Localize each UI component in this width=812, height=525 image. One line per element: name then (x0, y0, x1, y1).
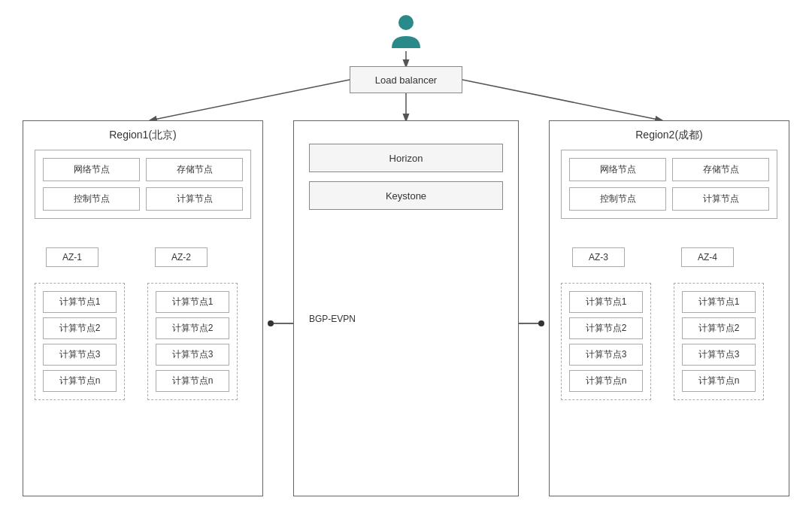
compute-item: 计算节点n (569, 370, 643, 392)
node-box: 存储节点 (672, 158, 769, 181)
horizon-label: Horizon (389, 153, 423, 164)
region-center-box: Horizon Keystone BGP-EVPN (293, 120, 519, 496)
az3-label: AZ-3 (589, 252, 608, 262)
compute-item: 计算节点1 (43, 291, 117, 313)
compute-item: 计算节点3 (682, 344, 756, 366)
keystone-label: Keystone (386, 190, 426, 202)
compute-group-az4: 计算节点1 计算节点2 计算节点3 计算节点n (674, 283, 764, 400)
region-right-box: Region2(成都) 网络节点 存储节点 控制节点 计算节点 AZ-3 AZ-… (549, 120, 789, 496)
diagram-container: Load balancer Region1(北京) 网络节点 存储节点 控制节点… (0, 0, 812, 525)
region-left-box: Region1(北京) 网络节点 存储节点 控制节点 计算节点 AZ-1 AZ-… (23, 120, 263, 496)
az1-box: AZ-1 (46, 247, 98, 267)
compute-group-az2: 计算节点1 计算节点2 计算节点3 计算节点n (147, 283, 238, 400)
node-box: 网络节点 (43, 158, 140, 181)
compute-item: 计算节点3 (43, 344, 117, 366)
region-left-title: Region1(北京) (23, 129, 262, 142)
horizon-box: Horizon (309, 144, 503, 172)
az4-box: AZ-4 (681, 247, 734, 267)
compute-item: 计算节点n (156, 370, 229, 392)
compute-group-az1: 计算节点1 计算节点2 计算节点3 计算节点n (35, 283, 125, 400)
node-box: 控制节点 (569, 187, 666, 211)
az1-label: AZ-1 (62, 252, 82, 262)
compute-group-az3: 计算节点1 计算节点2 计算节点3 计算节点n (561, 283, 651, 400)
compute-item: 计算节点n (682, 370, 756, 392)
node-box: 网络节点 (569, 158, 666, 181)
compute-item: 计算节点1 (156, 291, 229, 313)
compute-item: 计算节点2 (682, 317, 756, 339)
compute-item: 计算节点2 (156, 317, 229, 339)
az3-box: AZ-3 (572, 247, 625, 267)
az4-label: AZ-4 (698, 252, 717, 262)
svg-point-13 (268, 320, 274, 326)
region-right-title: Region2(成都) (550, 129, 789, 142)
svg-line-1 (150, 80, 350, 120)
az2-box: AZ-2 (155, 247, 208, 267)
svg-line-3 (462, 80, 662, 120)
compute-item: 计算节点2 (43, 317, 117, 339)
node-box: 计算节点 (146, 187, 243, 211)
compute-item: 计算节点1 (682, 291, 756, 313)
region-right-nodes-container: 网络节点 存储节点 控制节点 计算节点 (561, 150, 777, 219)
user-icon (386, 11, 426, 51)
load-balancer-box: Load balancer (350, 66, 462, 93)
node-box: 计算节点 (672, 187, 769, 211)
keystone-box: Keystone (309, 181, 503, 210)
svg-point-14 (538, 320, 544, 326)
svg-point-21 (398, 15, 414, 30)
load-balancer-label: Load balancer (375, 74, 437, 86)
az2-label: AZ-2 (171, 252, 191, 262)
node-box: 存储节点 (146, 158, 243, 181)
region-left-nodes-container: 网络节点 存储节点 控制节点 计算节点 (35, 150, 251, 219)
compute-item: 计算节点2 (569, 317, 643, 339)
node-box: 控制节点 (43, 187, 140, 211)
compute-item: 计算节点1 (569, 291, 643, 313)
compute-item: 计算节点n (43, 370, 117, 392)
bgp-evpn-label: BGP-EVPN (309, 314, 356, 324)
compute-item: 计算节点3 (569, 344, 643, 366)
compute-item: 计算节点3 (156, 344, 229, 366)
